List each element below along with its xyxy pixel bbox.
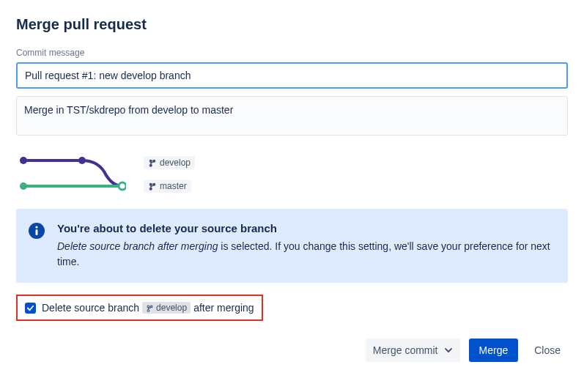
- delete-branch-name: develop: [156, 303, 187, 313]
- target-branch-name: master: [160, 181, 187, 191]
- chevron-down-icon: [444, 346, 453, 355]
- branch-icon: [148, 182, 157, 191]
- merge-button[interactable]: Merge: [469, 339, 519, 362]
- svg-point-2: [78, 157, 86, 164]
- merge-strategy-select[interactable]: Merge commit: [366, 339, 460, 362]
- svg-point-6: [35, 226, 37, 228]
- branch-icon: [148, 158, 157, 167]
- commit-body-input[interactable]: Merge in TST/skdrepo from develop to mas…: [16, 96, 568, 136]
- svg-rect-7: [36, 229, 38, 235]
- merge-strategy-label: Merge commit: [373, 344, 438, 356]
- svg-point-1: [20, 157, 27, 164]
- branch-icon: [146, 304, 154, 312]
- branch-diagram: develop master: [16, 153, 568, 194]
- svg-point-4: [119, 182, 126, 190]
- source-branch-name: develop: [160, 158, 191, 168]
- svg-point-3: [20, 182, 27, 190]
- info-panel: You're about to delete your source branc…: [16, 209, 568, 283]
- dialog-title: Merge pull request: [16, 16, 568, 33]
- branch-graph: [16, 153, 126, 194]
- commit-subject-input[interactable]: [16, 62, 568, 89]
- delete-source-checkbox[interactable]: [25, 303, 36, 314]
- info-emphasis: Delete source branch after merging: [57, 240, 218, 252]
- delete-suffix: after merging: [193, 302, 254, 314]
- info-icon: [28, 222, 45, 240]
- delete-branch-tag: develop: [142, 302, 191, 314]
- delete-prefix: Delete source branch: [42, 302, 139, 314]
- checkmark-icon: [26, 304, 34, 312]
- source-branch-tag: develop: [144, 156, 195, 169]
- info-description: Delete source branch after merging is se…: [57, 239, 555, 270]
- info-heading: You're about to delete your source branc…: [57, 222, 555, 234]
- dialog-footer: Merge commit Merge Close: [16, 339, 568, 362]
- commit-message-label: Commit message: [16, 48, 568, 58]
- delete-source-branch-option[interactable]: Delete source branch develop after mergi…: [16, 295, 263, 321]
- close-button[interactable]: Close: [527, 339, 568, 362]
- target-branch-tag: master: [144, 180, 191, 193]
